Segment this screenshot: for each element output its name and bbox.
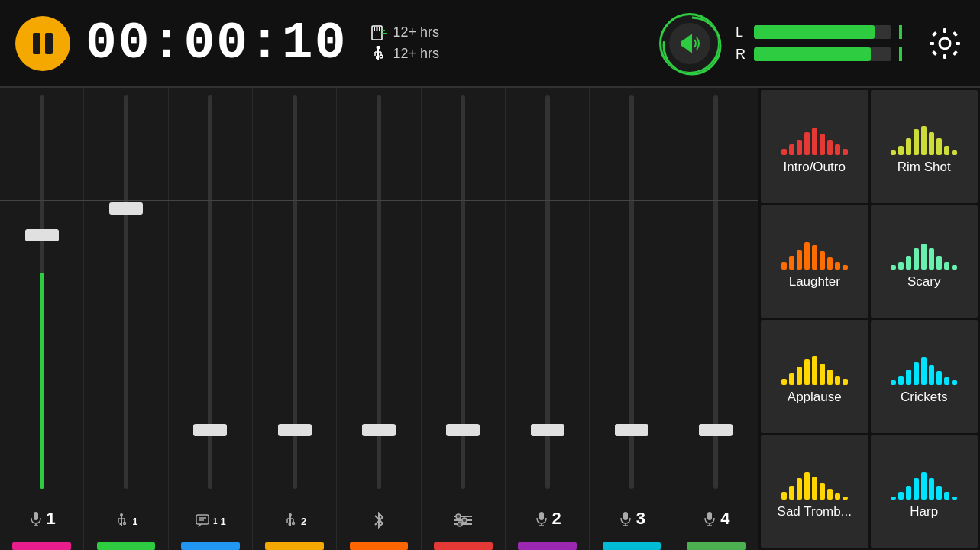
- fader-handle-mic4[interactable]: [699, 424, 733, 436]
- svg-point-12: [380, 55, 383, 58]
- fader-track-usb1: [124, 95, 128, 489]
- storage-label-1: 12+ hrs: [393, 24, 439, 40]
- svg-rect-59: [707, 512, 712, 520]
- svg-rect-18: [943, 28, 946, 33]
- svg-point-17: [940, 38, 950, 49]
- pad-intro-outro[interactable]: Intro/Outro: [761, 90, 868, 203]
- pause-icon: [33, 33, 53, 54]
- svg-point-52: [458, 522, 462, 526]
- waveform-sad-trombone: [781, 463, 848, 500]
- sound-pads-panel: Intro/Outro Rim Shot: [758, 88, 980, 550]
- svg-rect-1: [374, 28, 375, 31]
- pad-scary[interactable]: Scary: [871, 205, 978, 319]
- channel-label-mic3: 3: [618, 509, 645, 529]
- fader-handle-usb2[interactable]: [278, 424, 312, 436]
- fader-handle-1[interactable]: [25, 229, 59, 241]
- channel-container: 1 1: [0, 88, 758, 550]
- pad-label-crickets: Crickets: [901, 390, 947, 405]
- channel-chat[interactable]: 1 1: [169, 88, 253, 550]
- svg-rect-3: [379, 28, 380, 31]
- waveform-scary: [891, 233, 957, 270]
- channel-usb2[interactable]: 2: [253, 88, 337, 550]
- waveform-crickets: [891, 348, 957, 385]
- svg-rect-45: [289, 522, 291, 525]
- channel-color-bar-mix: [434, 542, 493, 550]
- pad-label-rim-shot: Rim Shot: [898, 160, 951, 175]
- channel-bt[interactable]: [337, 88, 421, 550]
- svg-rect-53: [539, 512, 544, 520]
- channel-mic3[interactable]: 3: [590, 88, 674, 550]
- channel-color-bar-1: [12, 542, 71, 550]
- svg-rect-11: [376, 56, 378, 59]
- channel-label-mic4: 4: [702, 509, 729, 529]
- storage-label-2: 12+ hrs: [393, 46, 439, 62]
- storage-row-2: 12+ hrs: [370, 46, 439, 63]
- fader-handle-mix[interactable]: [446, 424, 480, 436]
- pad-crickets[interactable]: Crickets: [871, 320, 978, 433]
- channel-mic4[interactable]: 4: [674, 88, 758, 550]
- channel-label-mix: [452, 512, 474, 529]
- level-bar-left-bg: [754, 25, 891, 39]
- fader-handle-usb1[interactable]: [109, 202, 143, 215]
- timer-display: 00:00:10: [86, 14, 347, 73]
- pad-label-laughter: Laughter: [789, 274, 840, 290]
- storage-info: 12+ hrs 12+ hrs: [370, 24, 439, 63]
- channel-label-bt: [371, 512, 387, 529]
- pad-sad-trombone[interactable]: Sad Tromb...: [761, 435, 868, 548]
- fader-handle-chat[interactable]: [193, 424, 227, 436]
- svg-rect-22: [932, 31, 937, 36]
- svg-point-7: [377, 46, 380, 50]
- pad-rim-shot[interactable]: Rim Shot: [871, 90, 978, 203]
- fader-handle-mic2[interactable]: [531, 424, 564, 436]
- svg-rect-23: [953, 31, 958, 36]
- level-row-right: R: [736, 47, 902, 63]
- pad-harp[interactable]: Harp: [871, 435, 978, 548]
- waveform-harp: [891, 463, 957, 500]
- svg-rect-26: [34, 512, 38, 520]
- svg-rect-2: [377, 28, 378, 31]
- pad-label-scary: Scary: [907, 274, 940, 290]
- waveform-applause: [781, 348, 848, 385]
- pad-label-sad-trombone: Sad Tromb...: [778, 504, 852, 519]
- svg-point-46: [293, 522, 295, 525]
- svg-point-50: [456, 514, 461, 519]
- level-row-left: L: [736, 24, 902, 40]
- channel-color-bar-bt: [350, 542, 409, 550]
- channel-label-chat: 1 1: [195, 513, 226, 529]
- level-bar-right-bg: [754, 47, 891, 61]
- channel-mic2[interactable]: 2: [506, 88, 590, 550]
- speaker-monitor[interactable]: [659, 13, 720, 74]
- waveform-rim-shot: [891, 118, 957, 155]
- level-marker-left: [899, 25, 902, 39]
- header: 00:00:10 12+ hrs: [0, 0, 980, 88]
- channel-color-bar-mic2: [518, 542, 577, 550]
- svg-rect-19: [943, 54, 946, 59]
- svg-rect-34: [120, 522, 122, 525]
- fader-handle-bt[interactable]: [362, 424, 396, 436]
- channel-mix[interactable]: [422, 88, 506, 550]
- channel-label-usb2: 2: [283, 513, 306, 529]
- svg-point-30: [120, 513, 123, 516]
- waveform-intro-outro: [781, 118, 848, 155]
- pad-laughter[interactable]: Laughter: [761, 205, 868, 319]
- svg-point-35: [124, 522, 126, 525]
- channel-mic1[interactable]: 1: [0, 88, 84, 550]
- channel-label-mic2: 2: [534, 509, 561, 529]
- channel-usb1[interactable]: 1: [84, 88, 168, 550]
- fader-track-1: [40, 95, 44, 489]
- level-left-label: L: [736, 24, 748, 40]
- level-bar-right-fill: [754, 47, 871, 61]
- level-meters: L R: [736, 24, 902, 63]
- settings-button[interactable]: [925, 24, 965, 63]
- svg-rect-24: [932, 50, 937, 55]
- channel-color-bar-mic4: [687, 542, 746, 550]
- svg-rect-56: [623, 512, 628, 520]
- svg-rect-21: [956, 42, 960, 45]
- pad-label-intro-outro: Intro/Outro: [784, 160, 846, 175]
- pad-applause[interactable]: Applause: [761, 320, 868, 433]
- level-marker-right: [899, 47, 902, 61]
- pause-button[interactable]: [15, 16, 70, 71]
- usb-icon-storage: [370, 46, 387, 63]
- channel-color-bar-chat: [181, 542, 240, 550]
- fader-handle-mic3[interactable]: [615, 424, 648, 436]
